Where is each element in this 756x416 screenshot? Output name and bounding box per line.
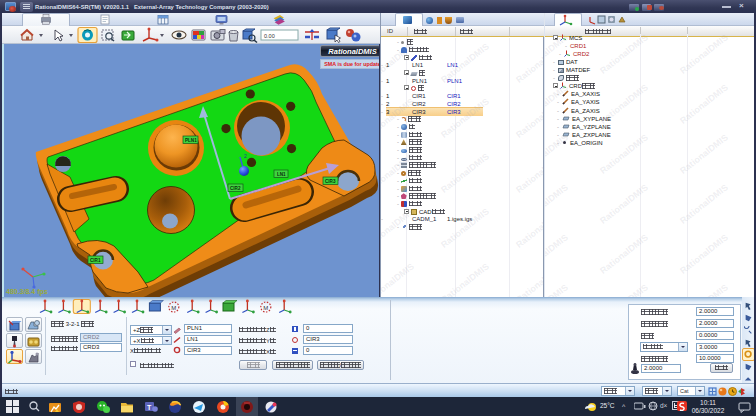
svg-text:PLN1: PLN1 (185, 138, 197, 143)
svg-text:2: 2 (244, 153, 247, 159)
svg-text:CIR1: CIR1 (90, 258, 101, 263)
svg-text:T: T (147, 403, 152, 410)
svg-text:M: M (171, 305, 176, 311)
svg-text:M: M (263, 305, 268, 311)
svg-text:480.3/8.4 fps: 480.3/8.4 fps (6, 288, 48, 296)
svg-text:0.00: 0.00 (264, 33, 275, 39)
svg-text:CIR3: CIR3 (325, 179, 336, 184)
svg-text:CIR2: CIR2 (230, 186, 241, 191)
svg-text:LN1: LN1 (277, 172, 286, 177)
